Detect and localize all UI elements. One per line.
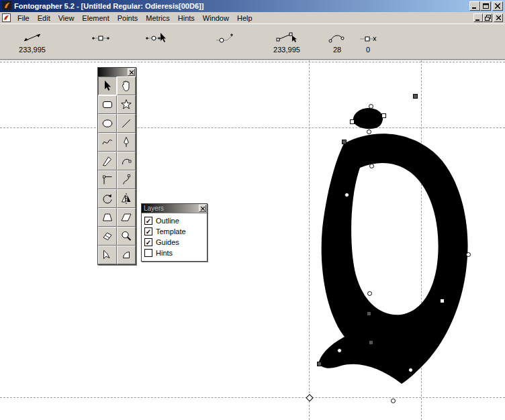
menu-edit[interactable]: Edit [34, 13, 54, 23]
menu-metrics[interactable]: Metrics [142, 13, 173, 23]
control-point[interactable] [408, 368, 413, 372]
control-point[interactable] [413, 94, 418, 99]
tool-freehand[interactable] [98, 133, 117, 152]
tool-ellipse[interactable] [98, 114, 117, 133]
menu-points[interactable]: Points [113, 13, 142, 23]
arc-icon [120, 249, 132, 261]
outline-layer-checkbox[interactable]: ✓ [144, 217, 152, 225]
control-point[interactable] [337, 348, 342, 353]
tool-flip[interactable] [117, 189, 136, 208]
close-button[interactable] [492, 1, 503, 11]
tool-palette-close-button[interactable] [128, 68, 135, 76]
tool-eraser[interactable] [98, 227, 117, 246]
window-controls [469, 1, 503, 11]
control-point[interactable] [440, 299, 445, 303]
corner-icon [101, 174, 113, 186]
layers-list: ✓ Outline ✓ Template ✓ Guides Hints [142, 213, 207, 261]
s-curve-icon [120, 174, 132, 186]
tangent-point-indicator[interactable] [205, 30, 245, 43]
tool-star[interactable] [117, 95, 136, 114]
skew-icon [120, 211, 132, 223]
line-icon [120, 117, 132, 129]
ellipse-icon [101, 117, 113, 129]
slice-icon [101, 249, 113, 261]
freehand-icon [101, 136, 113, 148]
mdi-minimize-button[interactable] [473, 13, 483, 22]
count-readout: 0 [355, 30, 381, 54]
size-value: 233,995 [265, 46, 308, 54]
layers-palette-close-button[interactable] [199, 205, 206, 212]
glyph-canvas[interactable]: Layers ✓ Outline ✓ Template ✓ Guides Hin… [0, 60, 505, 420]
count-value: 0 [355, 46, 381, 54]
control-point[interactable] [367, 311, 371, 316]
menu-file[interactable]: File [13, 13, 34, 23]
tool-skew[interactable] [117, 208, 136, 227]
measure-icon [11, 30, 54, 43]
minimize-button[interactable] [469, 1, 480, 11]
corner-point-indicator[interactable] [81, 30, 121, 43]
mdi-close-button[interactable] [494, 13, 503, 22]
layers-palette-titlebar[interactable]: Layers [142, 204, 207, 213]
tool-palette-titlebar[interactable] [98, 68, 136, 76]
control-point[interactable] [342, 140, 347, 144]
layers-palette[interactable]: Layers ✓ Outline ✓ Template ✓ Guides Hin… [141, 203, 208, 262]
curve-point-indicator[interactable] [134, 30, 177, 43]
control-point[interactable] [345, 193, 349, 197]
control-point[interactable] [391, 399, 396, 403]
eraser-icon [101, 230, 113, 242]
layer-row-outline: ✓ Outline [144, 215, 204, 226]
menu-help[interactable]: Help [233, 13, 257, 23]
control-point[interactable] [369, 164, 374, 168]
curvature-readout: 28 [324, 30, 351, 54]
guides-layer-checkbox[interactable]: ✓ [144, 238, 152, 246]
app-icon [2, 1, 11, 11]
position-value: 233,995 [11, 46, 54, 54]
tool-arc[interactable] [117, 246, 136, 264]
tool-hand[interactable] [117, 76, 136, 95]
rounded-rectangle-icon [101, 99, 113, 111]
tool-knife[interactable] [98, 152, 117, 170]
tool-s-curve[interactable] [117, 170, 136, 189]
menu-hints[interactable]: Hints [174, 13, 199, 23]
control-point[interactable] [381, 113, 386, 118]
menu-view[interactable]: View [54, 13, 79, 23]
control-point[interactable] [369, 340, 373, 345]
info-toolbar: 233,995 [0, 23, 505, 60]
document-icon[interactable] [2, 13, 11, 22]
control-point[interactable] [466, 252, 471, 257]
control-point[interactable] [367, 129, 371, 134]
hand-icon [120, 80, 132, 92]
control-point[interactable] [369, 104, 373, 109]
tool-slice[interactable] [98, 246, 117, 264]
size-icon [265, 30, 308, 43]
tool-zoom[interactable] [117, 227, 136, 246]
curve-point-icon [134, 30, 177, 43]
tool-rounded-rectangle[interactable] [98, 95, 117, 114]
tool-line[interactable] [117, 114, 136, 133]
tool-pen[interactable] [117, 133, 136, 152]
tool-pointer[interactable] [98, 76, 117, 95]
layer-row-hints: Hints [144, 248, 204, 258]
tool-curve[interactable] [117, 152, 136, 170]
control-point[interactable] [367, 291, 372, 296]
guides-layer-label: Guides [156, 238, 179, 246]
glyph-outline[interactable] [0, 60, 505, 420]
title-bar[interactable]: Fontographer 5.2 - [Untitled Regular: Od… [0, 0, 505, 12]
tool-corner[interactable] [98, 170, 117, 189]
menu-element[interactable]: Element [78, 13, 113, 23]
tool-palette[interactable] [97, 67, 136, 265]
mdi-restore-button[interactable] [483, 13, 492, 22]
template-layer-checkbox[interactable]: ✓ [144, 227, 152, 235]
hints-layer-checkbox[interactable] [144, 249, 152, 257]
maximize-button[interactable] [480, 1, 491, 11]
tool-perspective[interactable] [98, 208, 117, 227]
knife-icon [101, 155, 113, 167]
curvature-icon [324, 30, 351, 43]
control-point[interactable] [350, 119, 355, 124]
control-point[interactable] [317, 362, 322, 366]
size-readout: 233,995 [265, 30, 308, 54]
tool-rotate[interactable] [98, 189, 117, 208]
tool-grid [98, 76, 136, 264]
menu-window[interactable]: Window [199, 13, 233, 23]
rotate-icon [101, 193, 113, 205]
